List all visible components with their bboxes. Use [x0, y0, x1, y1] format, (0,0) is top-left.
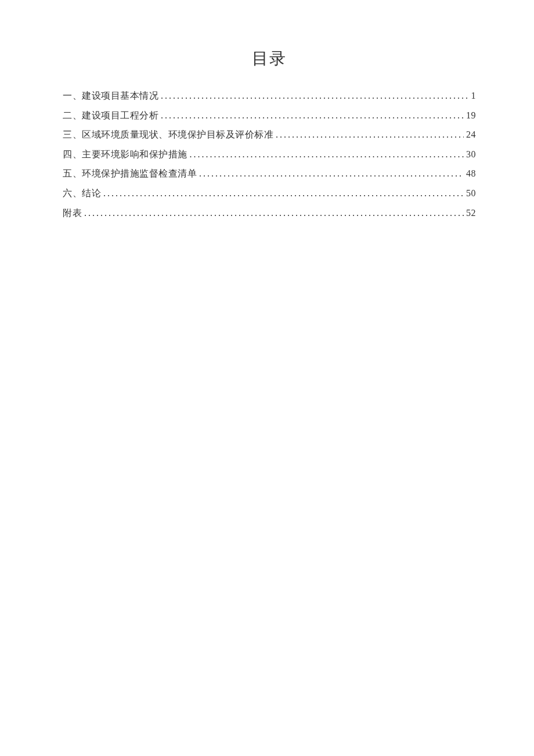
toc-leader-dots: [276, 125, 464, 145]
toc-item-page: 52: [466, 203, 476, 223]
toc-item-page: 24: [466, 125, 476, 145]
toc-leader-dots: [84, 203, 464, 223]
toc-leader-dots: [190, 145, 464, 164]
toc-item-page: 19: [466, 106, 476, 125]
toc-list: 一、建设项目基本情况 1 二、建设项目工程分析 19 三、区域环境质量现状、环境…: [63, 86, 476, 222]
toc-item-page: 50: [466, 183, 476, 203]
toc-item-page: 48: [466, 164, 476, 183]
toc-item: 四、主要环境影响和保护措施 30: [63, 145, 476, 164]
toc-leader-dots: [103, 183, 464, 203]
toc-item-label: 二、建设项目工程分析: [63, 106, 158, 125]
toc-leader-dots: [161, 86, 469, 106]
toc-leader-dots: [161, 106, 464, 125]
toc-item-label: 六、结论: [63, 183, 101, 203]
toc-item-label: 五、环境保护措施监督检查清单: [63, 164, 197, 183]
toc-leader-dots: [199, 164, 464, 183]
toc-item: 六、结论 50: [63, 183, 476, 203]
toc-item: 五、环境保护措施监督检查清单 48: [63, 164, 476, 183]
toc-item: 附表 52: [63, 203, 476, 223]
toc-item-page: 30: [466, 145, 476, 164]
toc-item-label: 一、建设项目基本情况: [63, 86, 158, 106]
toc-item-label: 四、主要环境影响和保护措施: [63, 145, 187, 164]
toc-item-label: 附表: [63, 203, 82, 223]
toc-item-label: 三、区域环境质量现状、环境保护目标及评价标准: [63, 125, 273, 145]
toc-item: 一、建设项目基本情况 1: [63, 86, 476, 106]
toc-item-page: 1: [471, 86, 477, 106]
toc-item: 二、建设项目工程分析 19: [63, 106, 476, 125]
toc-title: 目录: [63, 48, 476, 70]
toc-item: 三、区域环境质量现状、环境保护目标及评价标准 24: [63, 125, 476, 145]
